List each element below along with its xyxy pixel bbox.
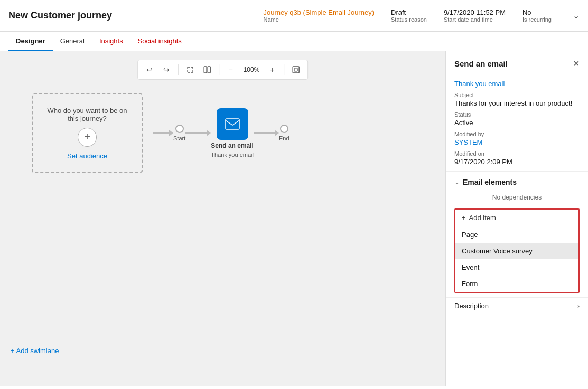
toolbar-separator-2 (219, 64, 219, 75)
email-elements-title: Email elements (463, 178, 517, 186)
arrow-3 (275, 130, 279, 136)
panel-status-label: Status (454, 111, 580, 118)
fit-button[interactable] (288, 62, 303, 77)
tab-general[interactable]: General (53, 32, 92, 51)
canvas-toolbar: ↩ ↪ − 100% + (137, 60, 309, 80)
meta-start-date-label: Start date and time (444, 16, 493, 23)
end-circle (280, 125, 288, 133)
panel-email-details: Thank you email Subject Thanks for your … (446, 74, 588, 171)
email-node-label: Send an email (211, 142, 254, 149)
email-node-icon[interactable] (217, 108, 248, 140)
meta-start-date: 9/17/2020 11:52 PM Start date and time (444, 8, 506, 23)
zoom-in-button[interactable]: + (265, 62, 279, 77)
connector-start-email (185, 130, 211, 136)
expand-button[interactable] (183, 62, 198, 77)
end-node: End (279, 125, 290, 141)
panel-subject-value: Thanks for your interest in our product! (454, 99, 580, 107)
start-circle (175, 125, 184, 133)
redo-button[interactable]: ↪ (159, 62, 174, 77)
columns-button[interactable] (200, 62, 214, 77)
arrow-1 (169, 130, 173, 136)
audience-plus-button[interactable]: + (78, 128, 97, 147)
start-label: Start (173, 135, 185, 141)
connector-audience-start (153, 130, 173, 136)
panel-subject-label: Subject (454, 92, 580, 98)
tab-designer[interactable]: Designer (8, 32, 53, 51)
meta-recurring-value: No (522, 8, 531, 16)
zoom-out-button[interactable]: − (223, 62, 238, 77)
panel-modified-by-value[interactable]: SYSTEM (454, 138, 580, 146)
panel-header: Send an email ✕ (446, 51, 588, 74)
description-label: Description (454, 302, 489, 310)
designer-canvas[interactable]: ↩ ↪ − 100% + Who do you want to be on th… (0, 51, 445, 386)
svg-rect-2 (293, 67, 299, 73)
header-expand-chevron[interactable]: ⌄ (573, 11, 580, 21)
no-dependencies-text: No dependencies (446, 191, 588, 206)
email-elements-chevron: ⌄ (454, 178, 460, 186)
arrow-2 (207, 130, 211, 136)
line-2 (185, 132, 207, 134)
tab-bar: Designer General Insights Social insight… (0, 32, 588, 51)
end-label: End (279, 135, 290, 141)
meta-name-value: Journey q3b (Simple Email Journey) (263, 8, 374, 16)
meta-recurring-label: Is recurring (522, 16, 552, 23)
line-3 (254, 132, 275, 134)
add-item-plus-icon: + (462, 214, 466, 222)
panel-status-value: Active (454, 119, 580, 127)
email-node-sub: Thank you email (211, 151, 254, 158)
tab-insights[interactable]: Insights (92, 32, 130, 51)
meta-recurring: No Is recurring (522, 8, 552, 23)
add-item-label: Add item (469, 214, 496, 222)
journey-flow: Who do you want to be on this journey? +… (32, 93, 445, 173)
dropdown-item-form[interactable]: Form (455, 276, 578, 292)
email-node[interactable]: Send an email Thank you email (211, 108, 254, 158)
add-swimlane-button[interactable]: + Add swimlane (11, 347, 59, 355)
panel-modified-by-label: Modified by (454, 131, 580, 137)
meta-start-date-value: 9/17/2020 11:52 PM (444, 8, 506, 16)
meta-status-label: Status reason (391, 16, 427, 23)
dropdown-item-page[interactable]: Page (455, 226, 578, 243)
audience-text: Who do you want to be on this journey? (41, 107, 133, 122)
meta-status: Draft Status reason (391, 8, 427, 23)
audience-box[interactable]: Who do you want to be on this journey? +… (32, 93, 143, 173)
panel-modified-on-label: Modified on (454, 150, 580, 157)
meta-status-value: Draft (391, 8, 406, 16)
set-audience-link[interactable]: Set audience (67, 152, 107, 160)
header-meta: Journey q3b (Simple Email Journey) Name … (263, 8, 580, 23)
toolbar-separator-1 (178, 64, 179, 75)
add-swimlane-label: + Add swimlane (11, 347, 59, 355)
svg-rect-4 (226, 119, 239, 129)
meta-name-label: Name (263, 16, 278, 23)
description-chevron-icon: › (577, 302, 580, 310)
page-header: New Customer journey Journey q3b (Simple… (0, 0, 588, 32)
panel-modified-on-value: 9/17/2020 2:09 PM (454, 158, 580, 166)
panel-close-button[interactable]: ✕ (573, 59, 580, 69)
start-node: Start (173, 125, 185, 141)
add-item-dropdown: + Add item Page Customer Voice survey Ev… (454, 208, 580, 293)
toolbar-separator-3 (284, 64, 284, 75)
svg-rect-0 (204, 67, 207, 73)
svg-rect-1 (208, 67, 210, 73)
line-1 (153, 132, 169, 134)
description-row[interactable]: Description › (446, 297, 588, 314)
dropdown-item-event[interactable]: Event (455, 259, 578, 276)
email-elements-section[interactable]: ⌄ Email elements (446, 171, 588, 191)
zoom-level: 100% (240, 62, 263, 77)
svg-rect-3 (294, 68, 297, 71)
tab-social-insights[interactable]: Social insights (130, 32, 189, 51)
connector-email-end (254, 130, 279, 136)
panel-email-link[interactable]: Thank you email (454, 80, 580, 88)
main-area: ↩ ↪ − 100% + Who do you want to be on th… (0, 51, 588, 386)
add-item-button[interactable]: + Add item (455, 210, 578, 226)
meta-name: Journey q3b (Simple Email Journey) Name (263, 8, 374, 23)
dropdown-item-customer-voice[interactable]: Customer Voice survey (455, 243, 578, 259)
undo-button[interactable]: ↩ (142, 62, 157, 77)
right-panel: Send an email ✕ Thank you email Subject … (445, 51, 588, 386)
page-title: New Customer journey (8, 10, 112, 21)
panel-title: Send an email (454, 59, 508, 68)
